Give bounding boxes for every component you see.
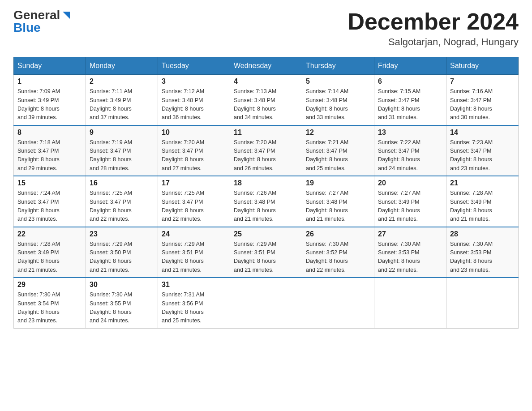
calendar-cell: 28Sunrise: 7:30 AMSunset: 3:53 PMDayligh… <box>446 227 519 278</box>
calendar-cell: 16Sunrise: 7:25 AMSunset: 3:47 PMDayligh… <box>86 176 158 227</box>
calendar-cell <box>374 278 446 328</box>
day-number: 20 <box>378 179 442 187</box>
day-number: 16 <box>90 179 154 187</box>
day-info: Sunrise: 7:26 AMSunset: 3:48 PMDaylight:… <box>234 189 298 224</box>
calendar-cell: 11Sunrise: 7:20 AMSunset: 3:47 PMDayligh… <box>230 125 302 176</box>
day-info: Sunrise: 7:27 AMSunset: 3:48 PMDaylight:… <box>306 189 370 224</box>
calendar-cell: 27Sunrise: 7:30 AMSunset: 3:53 PMDayligh… <box>374 227 446 278</box>
calendar-cell: 24Sunrise: 7:29 AMSunset: 3:51 PMDayligh… <box>158 227 230 278</box>
location-title: Salgotarjan, Nograd, Hungary <box>348 36 519 48</box>
day-info: Sunrise: 7:30 AMSunset: 3:53 PMDaylight:… <box>450 240 515 275</box>
day-number: 28 <box>450 230 515 238</box>
logo-triangle-icon <box>61 10 71 20</box>
week-row-1: 1Sunrise: 7:09 AMSunset: 3:49 PMDaylight… <box>14 75 519 125</box>
day-number: 11 <box>234 128 298 137</box>
weekday-header-wednesday: Wednesday <box>230 57 302 75</box>
day-number: 24 <box>162 230 226 238</box>
calendar-cell: 2Sunrise: 7:11 AMSunset: 3:49 PMDaylight… <box>86 75 158 125</box>
day-number: 15 <box>17 179 82 187</box>
day-info: Sunrise: 7:15 AMSunset: 3:47 PMDaylight:… <box>378 87 442 122</box>
weekday-header-monday: Monday <box>86 57 158 75</box>
calendar-cell: 29Sunrise: 7:30 AMSunset: 3:54 PMDayligh… <box>14 278 86 328</box>
day-number: 9 <box>90 128 154 137</box>
calendar-cell: 22Sunrise: 7:28 AMSunset: 3:49 PMDayligh… <box>14 227 86 278</box>
week-row-2: 8Sunrise: 7:18 AMSunset: 3:47 PMDaylight… <box>14 125 519 176</box>
calendar-cell: 31Sunrise: 7:31 AMSunset: 3:56 PMDayligh… <box>158 278 230 328</box>
day-number: 7 <box>450 77 515 86</box>
day-number: 3 <box>162 77 226 86</box>
calendar-cell: 19Sunrise: 7:27 AMSunset: 3:48 PMDayligh… <box>302 176 374 227</box>
calendar-cell: 14Sunrise: 7:23 AMSunset: 3:47 PMDayligh… <box>446 125 519 176</box>
calendar-cell <box>302 278 374 328</box>
day-number: 21 <box>450 179 515 187</box>
day-number: 8 <box>17 128 82 137</box>
weekday-header-sunday: Sunday <box>14 57 86 75</box>
day-number: 2 <box>90 77 154 86</box>
calendar-cell: 15Sunrise: 7:24 AMSunset: 3:47 PMDayligh… <box>14 176 86 227</box>
weekday-header-friday: Friday <box>374 57 446 75</box>
calendar-cell: 18Sunrise: 7:26 AMSunset: 3:48 PMDayligh… <box>230 176 302 227</box>
day-info: Sunrise: 7:11 AMSunset: 3:49 PMDaylight:… <box>90 87 154 122</box>
day-number: 13 <box>378 128 442 137</box>
weekday-header-thursday: Thursday <box>302 57 374 75</box>
calendar-cell: 9Sunrise: 7:19 AMSunset: 3:47 PMDaylight… <box>86 125 158 176</box>
day-number: 10 <box>162 128 226 137</box>
calendar-cell: 4Sunrise: 7:13 AMSunset: 3:48 PMDaylight… <box>230 75 302 125</box>
day-number: 30 <box>90 281 154 289</box>
logo-general-text: General <box>13 9 60 21</box>
day-info: Sunrise: 7:29 AMSunset: 3:51 PMDaylight:… <box>162 240 226 275</box>
day-number: 22 <box>17 230 82 238</box>
day-number: 4 <box>234 77 298 86</box>
calendar-cell: 25Sunrise: 7:29 AMSunset: 3:51 PMDayligh… <box>230 227 302 278</box>
day-info: Sunrise: 7:24 AMSunset: 3:47 PMDaylight:… <box>17 189 82 224</box>
title-block: December 2024 Salgotarjan, Nograd, Hunga… <box>348 9 519 48</box>
calendar-cell: 8Sunrise: 7:18 AMSunset: 3:47 PMDaylight… <box>14 125 86 176</box>
logo: General Blue <box>13 9 71 34</box>
weekday-header-saturday: Saturday <box>446 57 519 75</box>
day-info: Sunrise: 7:27 AMSunset: 3:49 PMDaylight:… <box>378 189 442 224</box>
calendar-cell: 10Sunrise: 7:20 AMSunset: 3:47 PMDayligh… <box>158 125 230 176</box>
day-number: 27 <box>378 230 442 238</box>
calendar-cell: 20Sunrise: 7:27 AMSunset: 3:49 PMDayligh… <box>374 176 446 227</box>
logo-blue-text: Blue <box>13 21 41 34</box>
day-info: Sunrise: 7:30 AMSunset: 3:53 PMDaylight:… <box>378 240 442 275</box>
weekday-header-row: SundayMondayTuesdayWednesdayThursdayFrid… <box>14 57 519 75</box>
day-info: Sunrise: 7:30 AMSunset: 3:54 PMDaylight:… <box>17 291 82 325</box>
day-number: 17 <box>162 179 226 187</box>
day-info: Sunrise: 7:19 AMSunset: 3:47 PMDaylight:… <box>90 138 154 173</box>
day-info: Sunrise: 7:31 AMSunset: 3:56 PMDaylight:… <box>162 291 226 325</box>
calendar-cell: 21Sunrise: 7:28 AMSunset: 3:49 PMDayligh… <box>446 176 519 227</box>
day-number: 19 <box>306 179 370 187</box>
day-number: 5 <box>306 77 370 86</box>
day-info: Sunrise: 7:18 AMSunset: 3:47 PMDaylight:… <box>17 138 82 173</box>
week-row-3: 15Sunrise: 7:24 AMSunset: 3:47 PMDayligh… <box>14 176 519 227</box>
page-header: General Blue December 2024 Salgotarjan, … <box>13 9 519 48</box>
calendar-cell: 26Sunrise: 7:30 AMSunset: 3:52 PMDayligh… <box>302 227 374 278</box>
day-number: 31 <box>162 281 226 289</box>
calendar-cell: 17Sunrise: 7:25 AMSunset: 3:47 PMDayligh… <box>158 176 230 227</box>
calendar-cell: 5Sunrise: 7:14 AMSunset: 3:48 PMDaylight… <box>302 75 374 125</box>
day-info: Sunrise: 7:28 AMSunset: 3:49 PMDaylight:… <box>17 240 82 275</box>
day-number: 25 <box>234 230 298 238</box>
day-number: 26 <box>306 230 370 238</box>
day-info: Sunrise: 7:14 AMSunset: 3:48 PMDaylight:… <box>306 87 370 122</box>
day-info: Sunrise: 7:16 AMSunset: 3:47 PMDaylight:… <box>450 87 515 122</box>
calendar-cell <box>446 278 519 328</box>
calendar-cell: 12Sunrise: 7:21 AMSunset: 3:47 PMDayligh… <box>302 125 374 176</box>
svg-marker-0 <box>63 12 70 19</box>
day-info: Sunrise: 7:12 AMSunset: 3:48 PMDaylight:… <box>162 87 226 122</box>
day-number: 14 <box>450 128 515 137</box>
day-number: 23 <box>90 230 154 238</box>
calendar-cell: 3Sunrise: 7:12 AMSunset: 3:48 PMDaylight… <box>158 75 230 125</box>
month-title: December 2024 <box>348 9 519 34</box>
day-info: Sunrise: 7:20 AMSunset: 3:47 PMDaylight:… <box>162 138 226 173</box>
day-info: Sunrise: 7:13 AMSunset: 3:48 PMDaylight:… <box>234 87 298 122</box>
week-row-5: 29Sunrise: 7:30 AMSunset: 3:54 PMDayligh… <box>14 278 519 328</box>
day-info: Sunrise: 7:25 AMSunset: 3:47 PMDaylight:… <box>90 189 154 224</box>
day-info: Sunrise: 7:30 AMSunset: 3:55 PMDaylight:… <box>90 291 154 325</box>
day-info: Sunrise: 7:30 AMSunset: 3:52 PMDaylight:… <box>306 240 370 275</box>
calendar-cell: 6Sunrise: 7:15 AMSunset: 3:47 PMDaylight… <box>374 75 446 125</box>
day-number: 6 <box>378 77 442 86</box>
day-info: Sunrise: 7:28 AMSunset: 3:49 PMDaylight:… <box>450 189 515 224</box>
weekday-header-tuesday: Tuesday <box>158 57 230 75</box>
